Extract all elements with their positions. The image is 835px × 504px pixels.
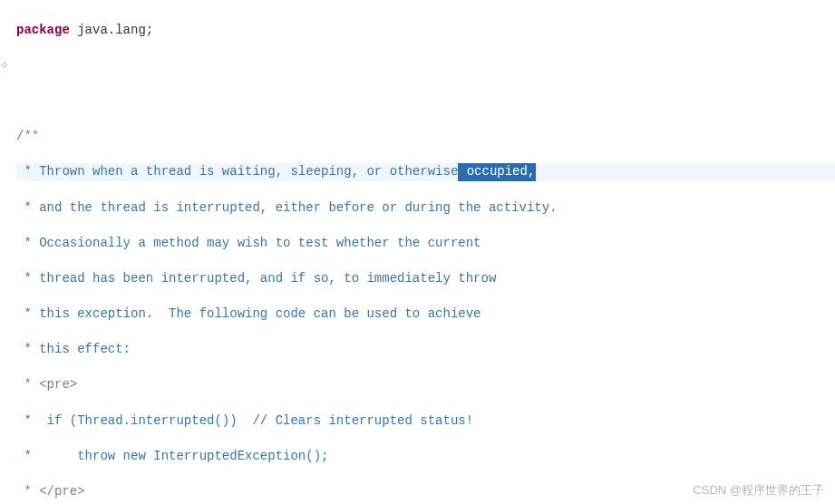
comment-text: * this exception. The following code can… [16,305,481,324]
javadoc-line: * </pre> [16,483,835,501]
javadoc-line: * and the thread is interrupted, either … [16,199,835,218]
package-name: java.lang; [70,22,153,40]
keyword-package: package [16,22,70,40]
javadoc-line: * if (Thread.interrupted()) // Clears in… [16,412,835,431]
code-line: package java.lang; [16,22,835,40]
code-editor[interactable]: package java.lang; /** * Thrown when a t… [0,0,835,504]
comment-text: * Occasionally a method may wish to test… [16,235,481,253]
javadoc-open: /** [16,128,835,146]
javadoc-line-highlighted: * Thrown when a thread is waiting, sleep… [16,163,835,181]
javadoc-line: * thread has been interrupted, and if so… [16,270,835,288]
comment-text: * throw new InterruptedException(); [16,448,328,466]
comment-text: * Thrown when a thread is waiting, sleep… [16,163,458,181]
comment-text: /** [16,128,39,146]
javadoc-line: * this exception. The following code can… [16,305,835,324]
javadoc-line: * throw new InterruptedException(); [16,448,835,466]
comment-text: * and the thread is interrupted, either … [16,199,558,218]
javadoc-line: * Occasionally a method may wish to test… [16,235,835,253]
javadoc-line: * <pre> [16,376,835,394]
javadoc-line: * this effect: [16,341,835,359]
gutter-fold-marker: ◇ [2,59,7,72]
comment-text: * this effect: [16,341,131,359]
comment-text: * </pre> [16,483,85,501]
code-line-blank [16,57,835,75]
comment-text: * if (Thread.interrupted()) // Clears in… [16,412,473,431]
comment-text: * <pre> [16,376,77,394]
comment-text: * thread has been interrupted, and if so… [16,270,496,288]
code-line-blank [16,92,835,111]
selected-text: occupied, [458,163,536,181]
